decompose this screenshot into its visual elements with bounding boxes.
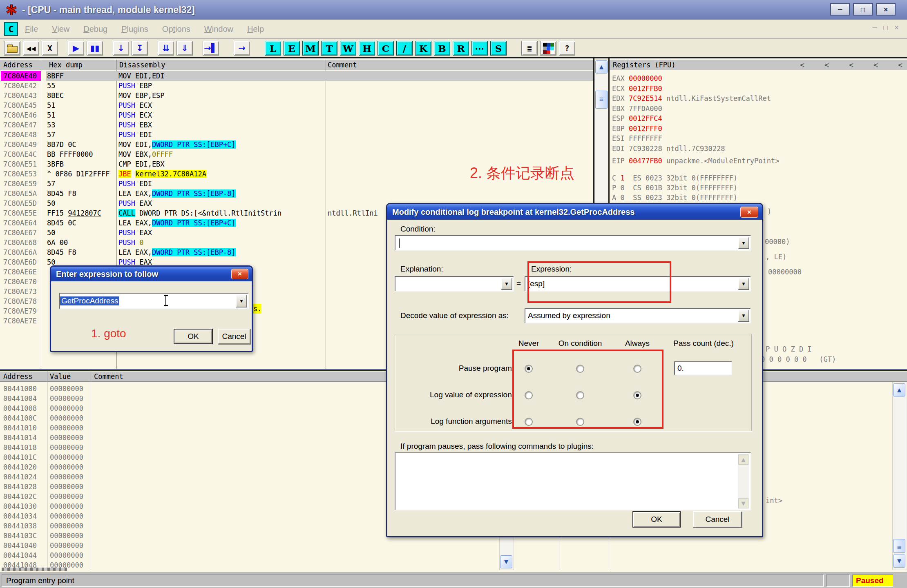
handles-button[interactable]: H (359, 41, 375, 56)
animate-into-button[interactable]: ⇊ (158, 41, 174, 56)
restore-button[interactable]: □ (853, 3, 873, 16)
disasm-col-address[interactable]: Address (3, 60, 33, 70)
menu-item-window[interactable]: Window (197, 24, 240, 34)
stack-scroll-thumb[interactable]: ≡ (893, 539, 905, 553)
dump-col-address[interactable]: Address (3, 372, 33, 381)
flag-row[interactable]: P 0 CS 001B 32bit 0(FFFFFFFF) (612, 183, 737, 193)
windows-button[interactable]: W (340, 41, 356, 56)
executable-modules-button[interactable]: E (284, 41, 300, 56)
patches-button[interactable]: / (396, 41, 413, 56)
decode-combo-dropdown-icon[interactable]: ▼ (738, 310, 749, 322)
pass-count-input[interactable]: 0. (674, 361, 732, 375)
animate-over-button[interactable]: ⇓ (176, 41, 193, 56)
mdi-minimize-button[interactable]: ─ (872, 23, 877, 31)
disasm-col-comment[interactable]: Comment (328, 60, 357, 70)
disasm-row[interactable]: 7C80AE4CBB FFFF0000MOV EBX,0FFFF (0, 149, 593, 159)
step-over-button[interactable]: ↧ (132, 41, 148, 56)
source-button[interactable]: S (490, 41, 507, 56)
run-trace-button[interactable]: ⋯ (471, 41, 488, 56)
breakpoints-button[interactable]: B (434, 41, 450, 56)
pause-button[interactable]: ▮▮ (87, 41, 103, 56)
dump-scroll-down-icon[interactable]: ▼ (500, 555, 512, 568)
register-row[interactable]: ESP 0012FFC4 (612, 114, 662, 123)
breakpoint-dialog-title[interactable]: Modify conditional log breakpoint at ker… (387, 204, 762, 220)
stack-scroll-down-icon[interactable]: ▼ (893, 555, 905, 568)
register-row[interactable]: EBP 0012FFF0 (612, 124, 662, 134)
register-row[interactable]: EBX 7FFDA000 (612, 104, 662, 114)
log-window-button[interactable]: L (265, 41, 281, 56)
explanation-combo[interactable]: ▼ (395, 276, 514, 292)
register-row[interactable]: EIP 00477FB0 unpackme.<ModuleEntryPoint> (612, 156, 779, 166)
flag-row[interactable]: A 0 SS 0023 32bit 0(FFFFFFFF) (612, 193, 737, 203)
menu-item-options[interactable]: Options (155, 24, 197, 34)
disasm-row[interactable]: 7C80AE4255PUSH EBP (0, 81, 593, 91)
disasm-col-hexdump[interactable]: Hex dump (49, 60, 83, 70)
menu-item-help[interactable]: Help (240, 24, 271, 34)
disasm-row[interactable]: 7C80AE498B7D 0CMOV EDI,DWORD PTR SS:[EBP… (0, 140, 593, 149)
menu-item-plugins[interactable]: Plugins (114, 24, 155, 34)
disasm-row[interactable]: 7C80AE4551PUSH ECX (0, 100, 593, 110)
disasm-row[interactable]: 7C80AE4753PUSH EBX (0, 120, 593, 130)
disasm-row[interactable]: 7C80AE438BECMOV EBP,ESP (0, 91, 593, 100)
plugins-textarea[interactable]: ▲ ▼ (395, 452, 751, 510)
flag-row[interactable]: C 1 ES 0023 32bit 0(FFFFFFFF) (612, 173, 737, 183)
collapse-chevron-icon[interactable]: < (873, 60, 878, 69)
stack-scroll-up-icon[interactable]: ▲ (893, 383, 905, 396)
dump-col-value[interactable]: Value (50, 372, 71, 381)
register-row[interactable]: EDX 7C92E514 ntdll.KiFastSystemCallRet (612, 94, 771, 103)
collapse-chevron-icon[interactable]: < (824, 60, 829, 69)
expression-ok-button[interactable]: OK (174, 329, 213, 344)
expression-combo[interactable]: GetProcAddress ▼ (59, 293, 249, 309)
threads-button[interactable]: T (321, 41, 337, 56)
disasm-row[interactable]: 7C80AE5A8D45 F8LEA EAX,DWORD PTR SS:[EBP… (0, 189, 593, 198)
disasm-row[interactable]: 7C80AE4857PUSH EDI (0, 130, 593, 140)
disasm-col-disassembly[interactable]: Disassembly (119, 60, 165, 70)
register-row[interactable]: EDI 7C930228 ntdll.7C930228 (612, 144, 725, 154)
close-button[interactable]: × (876, 3, 896, 16)
collapse-chevron-icon[interactable]: < (898, 60, 903, 69)
debugging-options-button[interactable]: ≣ (521, 41, 538, 56)
appearance-button[interactable] (540, 41, 556, 56)
go-to-address-button[interactable]: → (234, 41, 250, 56)
dump-col-comment[interactable]: Comment (94, 372, 123, 381)
call-stack-button[interactable]: K (415, 41, 431, 56)
mdi-restore-button[interactable]: □ (883, 23, 888, 31)
close-program-button[interactable]: X (42, 41, 58, 56)
collapse-chevron-icon[interactable]: < (800, 60, 804, 69)
references-button[interactable]: R (453, 41, 469, 56)
register-row[interactable]: EAX 00000000 (612, 74, 662, 83)
minimize-button[interactable]: ─ (830, 3, 850, 16)
expression-combo-dropdown-icon[interactable]: ▼ (236, 294, 247, 307)
menu-item-debug[interactable]: Debug (76, 24, 114, 34)
disasm-scroll-thumb[interactable]: ≡ (595, 91, 608, 109)
disasm-scroll-up-icon[interactable]: ▲ (595, 60, 608, 74)
breakpoint-cancel-button[interactable]: Cancel (693, 511, 742, 528)
disasm-row[interactable]: 7C80AE408BFFMOV EDI,EDI (0, 71, 593, 81)
plugins-scroll-up-icon[interactable]: ▲ (738, 454, 748, 465)
plugins-scroll-down-icon[interactable]: ▼ (738, 498, 748, 508)
condition-combo[interactable]: ▼ (395, 235, 751, 251)
explanation-combo-dropdown-icon[interactable]: ▼ (501, 278, 512, 290)
breakpoint-ok-button[interactable]: OK (632, 511, 681, 528)
cpu-window-button[interactable]: C (378, 41, 394, 56)
expression-dialog-title[interactable]: Enter expression to follow (51, 267, 252, 281)
register-row[interactable]: ESI FFFFFFFF (612, 134, 662, 143)
run-button[interactable]: ▶ (68, 41, 84, 56)
expression-dialog-close-icon[interactable]: × (231, 269, 248, 279)
condition-combo-dropdown-icon[interactable]: ▼ (738, 237, 749, 249)
menu-item-view[interactable]: View (45, 24, 76, 34)
breakpoint-dialog-close-icon[interactable]: × (740, 207, 758, 218)
register-row[interactable]: ECX 0012FFB0 (612, 84, 662, 94)
step-into-button[interactable]: ↓ (113, 41, 129, 56)
memory-map-button[interactable]: M (302, 41, 319, 56)
expression-cancel-button[interactable]: Cancel (218, 329, 250, 344)
restart-button[interactable]: ◀◀ (23, 41, 39, 56)
help-button[interactable]: ? (559, 41, 575, 56)
disasm-row[interactable]: 7C80AE4651PUSH ECX (0, 110, 593, 120)
plugins-textarea-scrollbar[interactable]: ▲ ▼ (738, 454, 749, 509)
menu-item-file[interactable]: File (18, 24, 45, 34)
decode-combo[interactable]: Assumed by expression ▼ (525, 308, 751, 323)
mdi-close-button[interactable]: × (894, 23, 899, 31)
open-file-button[interactable] (4, 41, 20, 56)
expression-field-dropdown-icon[interactable]: ▼ (738, 278, 749, 290)
